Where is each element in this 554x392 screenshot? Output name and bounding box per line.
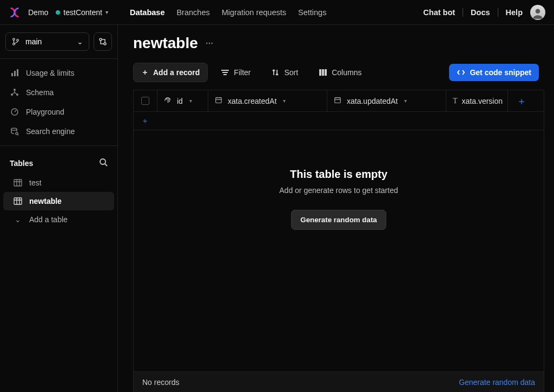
column-header-version[interactable]: T xata.version bbox=[446, 90, 508, 111]
column-header-createdat[interactable]: xata.createdAt ▾ bbox=[208, 90, 327, 111]
breadcrumb-workspace[interactable]: Demo bbox=[28, 8, 48, 17]
add-column-button[interactable]: ＋ bbox=[508, 90, 535, 111]
sidebar-item-playground[interactable]: Playground bbox=[0, 102, 117, 122]
filter-button[interactable]: Filter bbox=[213, 64, 258, 81]
table-item-test[interactable]: test bbox=[3, 174, 114, 192]
divider bbox=[463, 8, 463, 17]
tab-migration-requests[interactable]: Migration requests bbox=[222, 8, 286, 17]
breadcrumb-database-name: testContent bbox=[63, 8, 102, 17]
svg-point-13 bbox=[11, 128, 17, 130]
tab-branches[interactable]: Branches bbox=[176, 8, 209, 17]
grid-footer: No records Generate random data bbox=[134, 371, 544, 392]
empty-state-subtitle: Add or generate rows to get started bbox=[279, 186, 398, 195]
sidebar-item-label: Schema bbox=[26, 88, 54, 97]
generate-random-data-button[interactable]: Generate random data bbox=[291, 210, 386, 230]
branch-selector[interactable]: main ⌄ bbox=[5, 32, 89, 51]
fingerprint-icon bbox=[164, 96, 173, 105]
svg-rect-18 bbox=[221, 70, 229, 71]
sort-label: Sort bbox=[284, 68, 298, 77]
empty-state: This table is empty Add or generate rows… bbox=[134, 130, 544, 371]
docs-link[interactable]: Docs bbox=[471, 8, 490, 17]
columns-label: Columns bbox=[332, 68, 361, 77]
table-item-label: test bbox=[29, 178, 42, 187]
code-icon bbox=[457, 68, 465, 77]
chevron-down-icon: ▾ bbox=[105, 9, 108, 15]
tab-database[interactable]: Database bbox=[130, 8, 164, 17]
gauge-icon bbox=[10, 107, 19, 117]
branch-name: main bbox=[25, 37, 71, 46]
column-header-id[interactable]: id ▾ bbox=[157, 90, 208, 111]
svg-rect-21 bbox=[319, 69, 321, 76]
svg-rect-22 bbox=[322, 69, 324, 76]
table-toolbar: ＋ Add a record Filter Sort Columns bbox=[118, 57, 554, 90]
svg-point-14 bbox=[16, 132, 18, 135]
svg-rect-25 bbox=[335, 98, 341, 103]
column-header-label: xata.createdAt bbox=[228, 97, 276, 105]
compare-branches-button[interactable] bbox=[94, 32, 112, 51]
column-menu-icon[interactable]: ▾ bbox=[283, 98, 286, 104]
text-icon: T bbox=[453, 97, 458, 105]
svg-point-1 bbox=[13, 38, 15, 41]
column-menu-icon[interactable]: ▾ bbox=[404, 98, 407, 104]
column-header-updatedat[interactable]: xata.updatedAt ▾ bbox=[327, 90, 446, 111]
sidebar-item-schema[interactable]: Schema bbox=[0, 83, 117, 102]
record-count-status: No records bbox=[142, 378, 179, 387]
table-item-newtable[interactable]: newtable bbox=[3, 192, 114, 210]
column-header-label: id bbox=[177, 97, 183, 105]
plus-icon: ＋ bbox=[141, 68, 149, 77]
get-code-snippet-button[interactable]: Get code snippet bbox=[449, 64, 539, 81]
code-snippet-label: Get code snippet bbox=[470, 68, 531, 77]
sidebar-item-label: Playground bbox=[26, 108, 64, 116]
svg-rect-24 bbox=[216, 98, 222, 103]
filter-label: Filter bbox=[234, 68, 250, 77]
column-menu-icon[interactable]: ▾ bbox=[189, 98, 192, 104]
sidebar-item-label: Usage & limits bbox=[26, 69, 74, 77]
column-header-label: xata.updatedAt bbox=[347, 97, 398, 105]
tab-settings[interactable]: Settings bbox=[298, 8, 326, 17]
more-options-button[interactable]: ⋯ bbox=[206, 39, 214, 48]
tables-header: Tables bbox=[0, 150, 117, 174]
empty-state-title: This table is empty bbox=[290, 168, 387, 181]
svg-point-9 bbox=[14, 89, 16, 91]
add-table-label: Add a table bbox=[29, 215, 68, 224]
checkbox-icon bbox=[141, 97, 149, 105]
generate-random-data-link[interactable]: Generate random data bbox=[459, 378, 535, 387]
search-db-icon bbox=[10, 127, 19, 136]
sidebar-item-usage[interactable]: Usage & limits bbox=[0, 63, 117, 83]
svg-point-5 bbox=[104, 43, 106, 45]
add-row-inline-button[interactable]: ＋ bbox=[134, 112, 544, 130]
add-table-button[interactable]: ⌄ Add a table bbox=[3, 210, 114, 229]
top-right: Chat bot Docs Help bbox=[423, 5, 545, 20]
breadcrumb-database[interactable]: testContent ▾ bbox=[56, 8, 108, 17]
sidebar-item-search-engine[interactable]: Search engine bbox=[0, 122, 117, 141]
svg-rect-17 bbox=[14, 198, 22, 204]
table-item-label: newtable bbox=[29, 197, 62, 205]
svg-point-3 bbox=[17, 39, 19, 42]
main-content: newtable ⋯ ＋ Add a record Filter Sort bbox=[118, 25, 554, 392]
calendar-icon bbox=[215, 96, 223, 105]
help-link[interactable]: Help bbox=[506, 8, 523, 17]
chevron-down-icon: ⌄ bbox=[13, 215, 23, 224]
columns-button[interactable]: Columns bbox=[311, 64, 369, 81]
svg-point-15 bbox=[100, 159, 105, 164]
logo-icon bbox=[9, 6, 21, 18]
divider bbox=[498, 8, 498, 17]
git-branch-icon bbox=[11, 37, 20, 46]
table-icon bbox=[13, 196, 23, 206]
add-record-button[interactable]: ＋ Add a record bbox=[133, 63, 208, 82]
search-tables-button[interactable] bbox=[99, 158, 108, 168]
page-title: newtable bbox=[133, 35, 198, 52]
svg-point-0 bbox=[536, 9, 540, 14]
avatar[interactable] bbox=[530, 5, 545, 20]
chat-bot-link[interactable]: Chat bot bbox=[423, 8, 455, 17]
nodes-icon bbox=[10, 88, 19, 97]
sidebar-item-label: Search engine bbox=[26, 127, 75, 136]
sort-button[interactable]: Sort bbox=[263, 64, 306, 81]
top-tabs: Database Branches Migration requests Set… bbox=[130, 8, 326, 17]
plus-icon: ＋ bbox=[517, 95, 526, 108]
select-all-checkbox[interactable] bbox=[134, 90, 157, 111]
grid-header-row: id ▾ xata.createdAt ▾ xata.updatedAt ▾ bbox=[134, 90, 544, 112]
columns-icon bbox=[319, 68, 327, 77]
svg-rect-6 bbox=[11, 73, 13, 76]
calendar-icon bbox=[334, 96, 342, 105]
